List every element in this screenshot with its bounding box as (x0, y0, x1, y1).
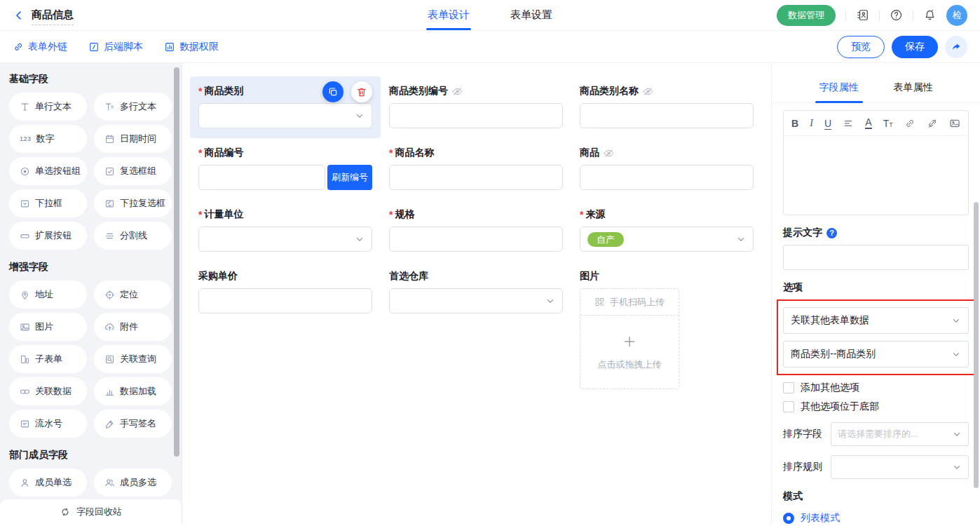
sidebar-field-multiselect[interactable]: 下拉复选框 (94, 189, 172, 217)
form-title[interactable]: 商品信息 (32, 8, 74, 25)
form-field-7[interactable]: *规格 (381, 200, 571, 262)
richtext-tool-unlink[interactable] (927, 118, 938, 129)
help-icon[interactable]: ? (826, 228, 837, 238)
panel-tab-1[interactable]: 表单属性 (894, 73, 933, 102)
plus-icon (622, 334, 637, 349)
field-input[interactable] (198, 165, 325, 190)
sidebar-field-target[interactable]: 定位 (94, 281, 172, 309)
field-input[interactable] (389, 227, 563, 252)
sidebar-field-radio[interactable]: 单选按钮组 (9, 157, 87, 185)
bell-icon (923, 8, 937, 22)
header-tab-0[interactable]: 表单设计 (428, 0, 470, 30)
save-button[interactable]: 保存 (892, 36, 938, 58)
field-input[interactable] (580, 103, 754, 128)
sidebar-field-select[interactable]: 下拉框 (9, 189, 87, 217)
sidebar-field-sign[interactable]: 手写签名 (94, 410, 172, 438)
field-input[interactable] (389, 103, 563, 128)
chev-icon (951, 349, 961, 359)
sidebar-field-users[interactable]: 成员多选 (94, 468, 172, 497)
form-field-9[interactable]: 采购单价 (190, 262, 381, 399)
sidebar-field-text[interactable]: 单行文本 (9, 93, 87, 121)
toolbar-link-0[interactable]: 表单外链 (13, 41, 67, 53)
form-field-1[interactable]: 商品类别编号 (381, 76, 571, 138)
header-tab-1[interactable]: 表单设置 (510, 0, 552, 30)
field-input[interactable] (580, 165, 754, 190)
field-input[interactable] (198, 288, 372, 313)
sidebar-field-button[interactable]: 扩展按钮 (9, 222, 87, 250)
sidebar-field-label: 数字 (36, 133, 55, 145)
help-button[interactable] (890, 8, 903, 22)
scan-upload-label: 手机扫码上传 (610, 296, 665, 309)
richtext-tool-link[interactable] (904, 118, 916, 129)
richtext-tool-underline[interactable]: U (824, 118, 831, 129)
back-button[interactable] (13, 9, 25, 22)
sidebar-scrollbar[interactable] (174, 67, 179, 457)
header-left: 商品信息 (13, 6, 74, 25)
richtext-tool-italic[interactable]: I (810, 118, 813, 129)
form-field-3[interactable]: *商品编号刷新编号 (190, 138, 381, 200)
sort-field-select[interactable]: 请选择需要排序的... (831, 422, 969, 446)
avatar[interactable]: 检 (946, 5, 967, 26)
sidebar-field-linkdata[interactable]: 关联数据 (9, 377, 87, 405)
option-select-1[interactable]: 商品类别--商品类别 (783, 341, 969, 367)
copy-field-button[interactable] (322, 81, 343, 102)
sidebar-field-chart[interactable]: 数据加载 (94, 377, 172, 405)
sidebar-field-image[interactable]: 图片 (9, 313, 87, 341)
form-field-5[interactable]: 商品 (571, 138, 762, 200)
form-field-6[interactable]: *计量单位 (190, 200, 381, 262)
delete-field-button[interactable] (351, 81, 372, 102)
sidebar-field-pin[interactable]: 地址 (9, 281, 87, 309)
richtext-tool-size[interactable]: TT (883, 118, 893, 129)
preview-button[interactable]: 预览 (837, 36, 885, 58)
sort-rule-select[interactable] (831, 455, 969, 479)
sidebar-field-subform[interactable]: 子表单 (9, 345, 87, 373)
sidebar-field-calendar[interactable]: 日期时间 (94, 125, 172, 153)
richtext-area[interactable] (784, 136, 968, 215)
form-field-10[interactable]: 首选仓库 (381, 262, 571, 399)
option-select-0[interactable]: 关联其他表单数据 (783, 307, 969, 334)
field-recycle-bin[interactable]: 字段回收站 (0, 499, 182, 525)
form-field-11[interactable]: 图片手机扫码上传点击或拖拽上传 (571, 262, 762, 399)
bell-button[interactable] (923, 8, 937, 22)
refresh-number-button[interactable]: 刷新编号 (327, 165, 372, 190)
checkbox-row-0[interactable]: 添加其他选项 (783, 382, 969, 394)
form-field-8[interactable]: *来源自产 (571, 200, 762, 262)
panel-tab-0[interactable]: 字段属性 (819, 73, 859, 102)
radio[interactable] (783, 513, 794, 524)
sidebar-field-user[interactable]: 成员单选 (9, 468, 87, 497)
toolbar-link-1[interactable]: 后端脚本 (88, 41, 143, 53)
richtext-tool-image[interactable] (949, 118, 960, 129)
sidebar-field-number[interactable]: 123数字 (9, 125, 87, 153)
field-select[interactable] (389, 288, 563, 313)
field-select[interactable] (198, 227, 372, 252)
panel-scrollbar[interactable] (974, 202, 979, 488)
richtext-tool-align[interactable] (843, 118, 854, 129)
field-select[interactable]: 自产 (580, 227, 754, 252)
mode-radio-row-0[interactable]: 列表模式 (783, 512, 969, 525)
richtext-tool-bold[interactable]: B (791, 118, 798, 129)
checkbox[interactable] (783, 401, 794, 412)
field-input[interactable] (389, 165, 563, 190)
contacts-button[interactable] (856, 8, 869, 22)
form-field-2[interactable]: 商品类别名称 (571, 76, 762, 138)
sidebar-field-divider[interactable]: 分割线 (94, 222, 172, 250)
toolbar-link-2[interactable]: 数据权限 (164, 41, 219, 53)
field-select[interactable] (198, 103, 372, 128)
richtext-tool-color[interactable]: A (865, 117, 871, 129)
sidebar-field-lookup[interactable]: 关联查询 (94, 345, 172, 373)
sidebar-field-textarea[interactable]: 多行文本 (94, 93, 172, 121)
sidebar-field-attach[interactable]: 附件 (94, 313, 172, 341)
scan-upload[interactable]: 手机扫码上传 (580, 289, 679, 316)
form-field-0[interactable]: *商品类别 (190, 76, 381, 138)
checkbox[interactable] (783, 382, 794, 393)
workspace: 基础字段单行文本多行文本123数字日期时间单选按钮组复选框组下拉框下拉复选框扩展… (0, 63, 980, 525)
hint-text-input[interactable] (783, 245, 969, 270)
form-field-4[interactable]: *商品名称 (381, 138, 571, 200)
sidebar-field-checkbox[interactable]: 复选框组 (94, 157, 172, 185)
sidebar-field-serial[interactable]: 流水号 (9, 410, 87, 438)
data-manage-button[interactable]: 数据管理 (777, 5, 836, 26)
share-button[interactable] (945, 36, 967, 58)
chev-icon (951, 316, 961, 325)
checkbox-row-1[interactable]: 其他选项位于底部 (783, 400, 969, 413)
drop-upload[interactable]: 点击或拖拽上传 (580, 316, 679, 389)
